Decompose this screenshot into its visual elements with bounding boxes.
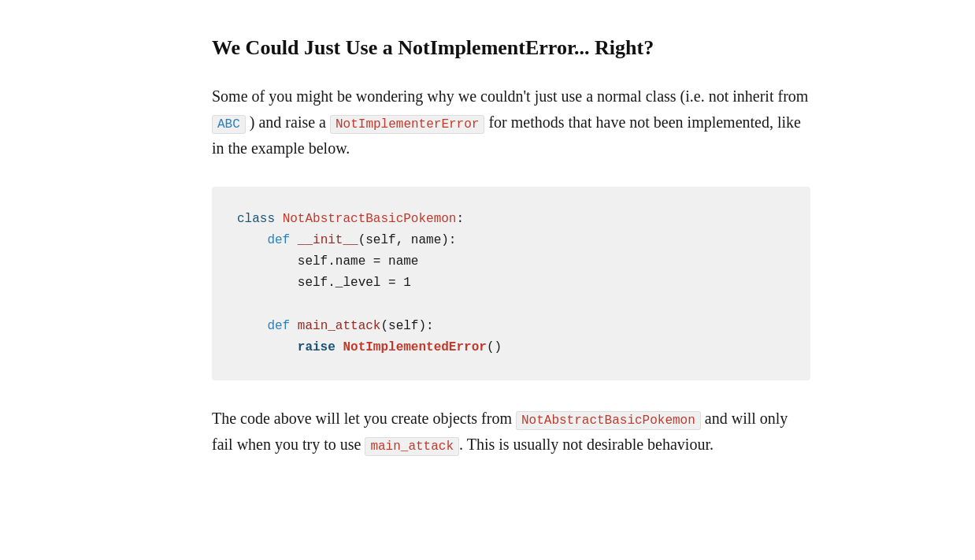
page-container: We Could Just Use a NotImplementError...… xyxy=(102,0,873,505)
code-line-5 xyxy=(237,294,785,315)
code-line-2: def __init__(self, name): xyxy=(237,230,785,251)
inline-code-notabstract: NotAbstractBasicPokemon xyxy=(516,411,701,430)
code-block: class NotAbstractBasicPokemon: def __ini… xyxy=(212,187,810,380)
code-line-3: self.name = name xyxy=(237,251,785,273)
code-line-7: raise NotImplementedError() xyxy=(237,337,785,358)
code-line-1: class NotAbstractBasicPokemon: xyxy=(237,209,785,230)
paragraph-1: Some of you might be wondering why we co… xyxy=(212,83,810,161)
code-line-6: def main_attack(self): xyxy=(237,316,785,337)
code-line-4: self._level = 1 xyxy=(237,273,785,294)
paragraph-2: The code above will let you create objec… xyxy=(212,406,810,458)
inline-code-notimplementererror: NotImplementerError xyxy=(330,115,484,134)
inline-code-abc: ABC xyxy=(212,115,246,134)
inline-code-mainattack: main_attack xyxy=(365,437,459,456)
section-heading: We Could Just Use a NotImplementError...… xyxy=(212,32,810,65)
